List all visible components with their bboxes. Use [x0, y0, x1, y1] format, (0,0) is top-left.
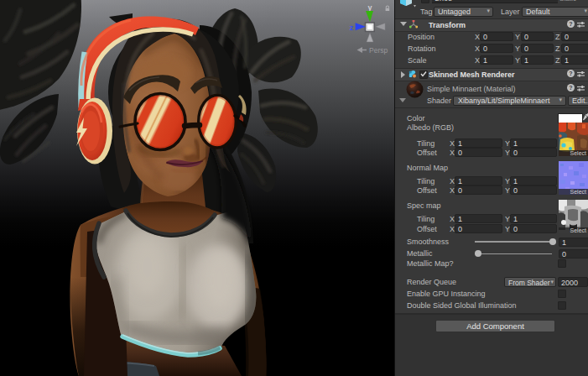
- svg-text:Select: Select: [570, 150, 587, 156]
- svg-text:y: y: [367, 3, 372, 12]
- svg-text:Persp: Persp: [369, 46, 388, 55]
- svg-text:Select: Select: [570, 189, 587, 195]
- svg-text:z: z: [350, 24, 354, 32]
- svg-text:Select: Select: [570, 227, 587, 233]
